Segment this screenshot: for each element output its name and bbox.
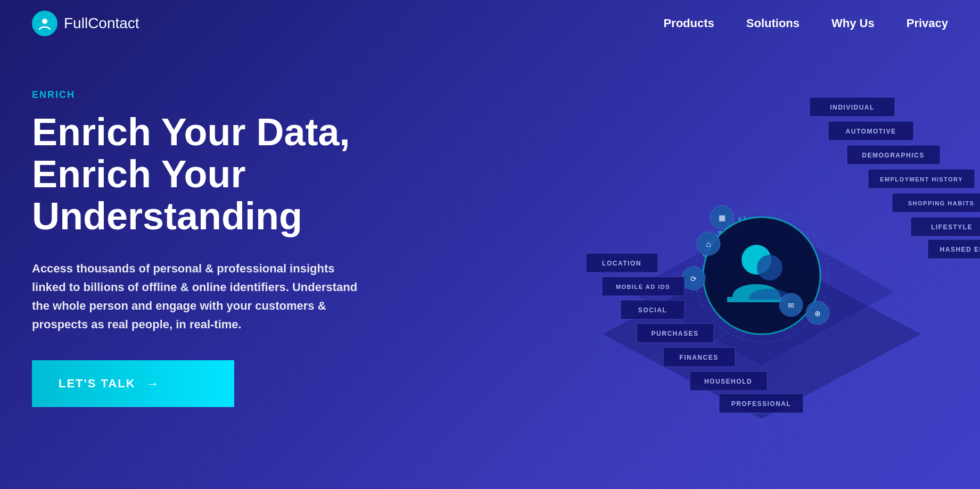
nav-link-products[interactable]: Products [663,16,714,30]
svg-line-15 [701,305,756,355]
svg-line-16 [714,313,759,377]
svg-text:EMPLOYMENT HISTORY: EMPLOYMENT HISTORY [880,176,963,183]
cta-label: LET'S TALK [59,377,136,391]
svg-line-10 [787,260,892,281]
svg-text:HASHED EMAILS: HASHED EMAILS [940,246,980,253]
nav-links: Products Solutions Why Us Privacy [663,16,948,30]
svg-rect-58 [719,394,803,413]
cta-arrow-icon: → [146,376,160,391]
svg-text:▦: ▦ [719,213,726,222]
svg-line-9 [786,238,876,276]
svg-rect-46 [586,253,658,272]
svg-text:PROFESSIONAL: PROFESSIONAL [731,400,792,408]
svg-text:LIFESTYLE: LIFESTYLE [931,223,973,231]
svg-point-26 [710,205,734,229]
svg-text:SHOPPING HABITS: SHOPPING HABITS [908,200,975,206]
svg-point-24 [682,267,705,290]
svg-text:DEMOGRAPHICS: DEMOGRAPHICS [862,152,924,159]
logo[interactable]: FullContact [32,11,139,36]
logo-text: FullContact [64,15,139,32]
svg-rect-42 [911,217,980,236]
hero-content: ENRICH Enrich Your Data, Enrich Your Und… [32,79,415,407]
svg-line-14 [685,297,754,337]
logo-icon [32,11,57,36]
nav-item-why-us[interactable]: Why Us [831,16,875,30]
svg-text:✉: ✉ [788,301,794,310]
hero-section: ENRICH Enrich Your Data, Enrich Your Und… [0,47,980,407]
svg-line-12 [666,284,748,296]
svg-text:PURCHASES: PURCHASES [652,330,699,337]
svg-rect-34 [828,121,913,140]
lets-talk-button[interactable]: LET'S TALK → [32,360,234,407]
svg-line-7 [778,190,847,265]
iso-graphic-container: PERSON ID: P1... ⌂ ⟳ ▦ [522,36,980,488]
svg-text:SOCIAL: SOCIAL [638,306,667,314]
svg-rect-52 [637,324,714,343]
svg-rect-38 [868,169,975,188]
svg-rect-50 [621,300,685,319]
svg-rect-32 [810,97,895,117]
svg-marker-2 [629,217,895,366]
svg-point-28 [779,293,803,317]
svg-line-8 [783,214,863,270]
hero-description: Access thousands of personal & professio… [32,259,362,334]
svg-point-17 [703,217,820,334]
svg-line-6 [772,164,831,260]
svg-point-30 [806,301,829,325]
svg-text:⊕: ⊕ [814,309,821,318]
svg-rect-44 [928,239,980,259]
svg-rect-40 [892,193,980,212]
svg-text:⟳: ⟳ [690,275,697,283]
svg-marker-1 [602,249,921,419]
svg-rect-36 [847,145,940,164]
svg-point-20 [742,245,771,275]
svg-text:MOBILE AD IDS: MOBILE AD IDS [616,284,670,290]
nav-link-privacy[interactable]: Privacy [907,16,948,30]
navbar: FullContact Products Solutions Why Us Pr… [0,0,980,47]
nav-item-privacy[interactable]: Privacy [907,16,948,30]
svg-point-0 [42,19,47,24]
svg-point-22 [697,232,720,255]
hero-title: Enrich Your Data, Enrich Your Understand… [32,111,415,238]
svg-rect-54 [663,347,735,367]
nav-link-solutions[interactable]: Solutions [746,16,800,30]
nav-link-why-us[interactable]: Why Us [831,16,875,30]
svg-rect-48 [602,277,685,296]
svg-text:⌂: ⌂ [706,239,711,248]
svg-line-11 [671,273,751,276]
hero-graphic: PERSON ID: P1... ⌂ ⟳ ▦ [522,36,980,488]
svg-text:PERSON ID: P1...: PERSON ID: P1... [702,212,757,258]
svg-point-21 [757,255,783,280]
enrich-label: ENRICH [32,89,415,101]
nav-item-solutions[interactable]: Solutions [746,16,800,30]
svg-rect-56 [690,371,767,391]
svg-text:FINANCES: FINANCES [679,354,718,361]
svg-text:INDIVIDUAL: INDIVIDUAL [830,104,875,111]
nav-item-products[interactable]: Products [663,16,714,30]
svg-point-18 [695,209,828,342]
svg-text:LOCATION: LOCATION [602,260,641,267]
svg-text:HOUSEHOLD: HOUSEHOLD [704,378,752,385]
svg-line-13 [674,289,751,316]
svg-text:AUTOMOTIVE: AUTOMOTIVE [846,128,896,135]
